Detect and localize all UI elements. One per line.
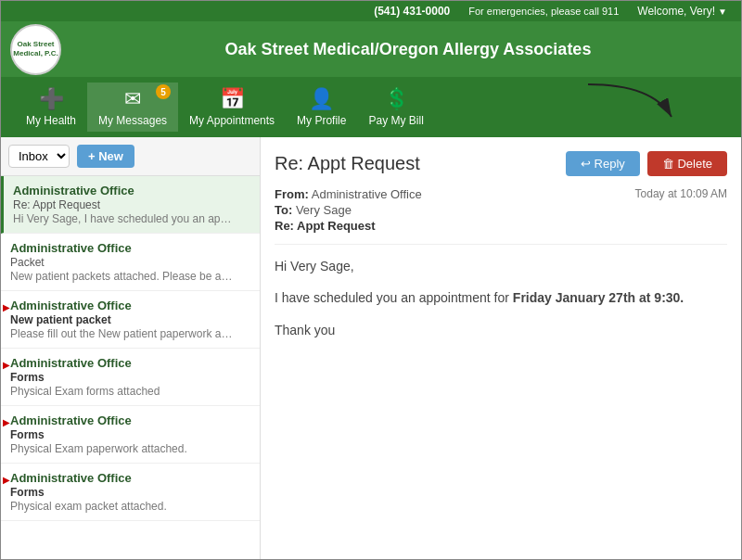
header-title: Oak Street Medical/Oregon Allergy Associ… [84, 40, 732, 59]
msg-from: Administrative Office [13, 184, 250, 197]
list-item[interactable]: Administrative Office Packet New patient… [1, 234, 260, 291]
unread-indicator: ▶ [3, 417, 10, 427]
list-item[interactable]: ▶ Administrative Office Forms Physical E… [1, 406, 260, 464]
messages-badge: 5 [156, 84, 171, 99]
nav-my-appointments-label: My Appointments [189, 114, 275, 127]
email-time: Today at 10:09 AM [635, 187, 727, 200]
list-item[interactable]: ▶ Administrative Office New patient pack… [1, 291, 260, 349]
logo-area: Oak Street Medical, P.C. [10, 24, 84, 75]
my-messages-icon: ✉ [124, 87, 141, 111]
list-item[interactable]: ▶ Administrative Office Forms Physical E… [1, 349, 260, 406]
welcome-text[interactable]: Welcome, Very! [637, 5, 715, 18]
msg-from: Administrative Office [10, 414, 250, 427]
email-meta: From: Administrative Office To: Very Sag… [275, 187, 727, 245]
subject-value: Re: Appt Request [275, 219, 376, 233]
new-message-button[interactable]: + New [77, 145, 134, 168]
email-meta-left: From: Administrative Office To: Very Sag… [275, 187, 635, 235]
nav-my-appointments[interactable]: 📅 My Appointments [178, 83, 286, 132]
reply-icon: ↩ [581, 157, 595, 171]
delete-button[interactable]: 🗑 Delete [647, 151, 727, 176]
nav-my-health[interactable]: ➕ My Health [15, 83, 87, 132]
list-item[interactable]: ▶ Administrative Office Forms Physical e… [1, 464, 260, 521]
from-line: From: Administrative Office [275, 187, 635, 201]
msg-subject: Re: Appt Request [13, 198, 250, 211]
subject-line: Re: Appt Request [275, 219, 635, 233]
emergency-text: For emergencies, please call 911 [468, 6, 619, 17]
msg-preview: Physical Exam paperwork attached. [10, 442, 233, 455]
msg-subject: Forms [10, 371, 250, 384]
msg-preview: Physical Exam forms attached [10, 385, 233, 398]
msg-preview: Please fill out the New patient paperwor… [10, 327, 233, 340]
app-wrapper: (541) 431-0000 For emergencies, please c… [0, 0, 742, 560]
email-view: Re: Appt Request ↩ Reply 🗑 Delete From: … [261, 137, 741, 560]
to-line: To: Very Sage [275, 203, 635, 217]
msg-preview: Physical exam packet attached. [10, 500, 233, 513]
message-list: Administrative Office Re: Appt Request H… [1, 176, 260, 560]
from-value: Administrative Office [312, 187, 422, 201]
msg-from: Administrative Office [10, 299, 250, 312]
email-greeting: Hi Very Sage, [275, 256, 727, 276]
nav-pay-my-bill-label: Pay My Bill [368, 114, 423, 127]
email-body: Hi Very Sage, I have scheduled you an ap… [275, 256, 727, 351]
my-appointments-icon: 📅 [220, 87, 245, 111]
content-area: Inbox + New Administrative Office Re: Ap… [1, 137, 741, 560]
header: Oak Street Medical, P.C. Oak Street Medi… [1, 21, 741, 77]
to-value: Very Sage [296, 203, 352, 217]
msg-preview: New patient packets attached. Please be … [10, 270, 233, 283]
logo-line1: Oak Street [13, 40, 58, 49]
email-title: Re: Appt Request [275, 153, 566, 174]
logo: Oak Street Medical, P.C. [10, 24, 61, 75]
unread-indicator: ▶ [3, 475, 10, 485]
sidebar-header: Inbox + New [1, 137, 260, 176]
email-header: Re: Appt Request ↩ Reply 🗑 Delete [275, 151, 727, 176]
email-closing: Thank you [275, 320, 727, 340]
msg-from: Administrative Office [10, 471, 250, 485]
nav-my-messages[interactable]: 5 ✉ My Messages [87, 83, 178, 132]
msg-subject: Forms [10, 486, 250, 499]
msg-from: Administrative Office [10, 241, 250, 255]
navbar: ➕ My Health 5 ✉ My Messages 📅 My Appoint… [1, 77, 741, 137]
msg-subject: Packet [10, 256, 250, 269]
phone-number: (541) 431-0000 [374, 5, 450, 18]
my-profile-icon: 👤 [309, 87, 334, 111]
nav-my-profile[interactable]: 👤 My Profile [286, 83, 357, 132]
action-buttons: ↩ Reply 🗑 Delete [566, 151, 727, 176]
my-health-icon: ➕ [39, 87, 64, 111]
unread-indicator: ▶ [3, 302, 10, 312]
nav-pay-my-bill[interactable]: 💲 Pay My Bill [357, 83, 434, 132]
unread-indicator: ▶ [3, 360, 10, 370]
email-body-text: I have scheduled you an appointment for … [275, 287, 727, 308]
nav-my-profile-label: My Profile [297, 114, 346, 127]
trash-icon: 🗑 [662, 157, 678, 171]
nav-my-messages-label: My Messages [98, 114, 167, 127]
msg-from: Administrative Office [10, 356, 250, 370]
inbox-select[interactable]: Inbox [8, 145, 70, 168]
from-label: From: [275, 187, 309, 201]
sidebar: Inbox + New Administrative Office Re: Ap… [1, 137, 261, 560]
msg-preview: Hi Very Sage, I have scheduled you an ap… [13, 212, 236, 225]
msg-subject: Forms [10, 428, 250, 441]
nav-my-health-label: My Health [26, 114, 76, 127]
msg-subject: New patient packet [10, 313, 250, 326]
list-item[interactable]: Administrative Office Re: Appt Request H… [1, 176, 260, 234]
pay-my-bill-icon: 💲 [384, 87, 409, 111]
reply-button[interactable]: ↩ Reply [566, 151, 640, 176]
to-label: To: [275, 203, 292, 217]
